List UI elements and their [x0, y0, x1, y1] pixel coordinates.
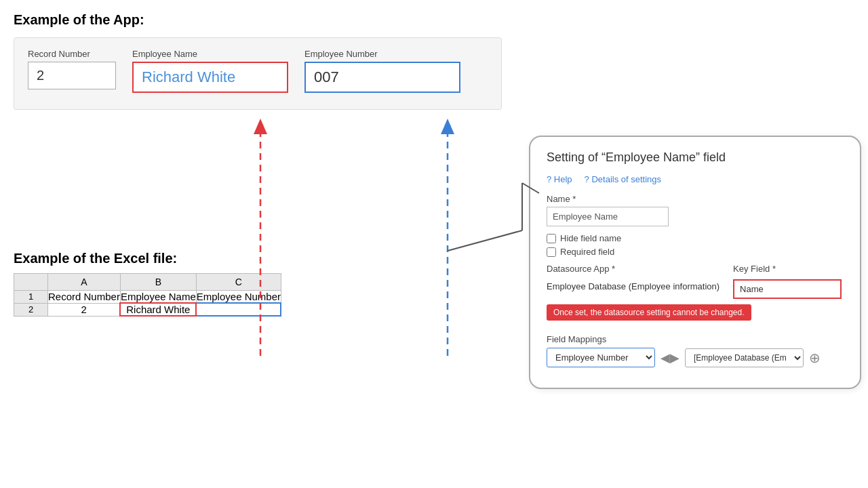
cell-c2: [196, 303, 281, 316]
mapping-arrow-icon: ◀▶: [660, 350, 679, 365]
help-links-row: ? Help ? Details of settings: [547, 174, 844, 184]
name-label: Name *: [547, 194, 844, 204]
svg-line-4: [448, 230, 522, 251]
key-field-col: Key Field *: [733, 264, 842, 299]
corner-cell: [14, 274, 48, 291]
key-field-input[interactable]: [733, 279, 842, 299]
app-example-box: Record Number 2 Employee Name Richard Wh…: [14, 37, 502, 110]
settings-panel: Setting of “Employee Name” field ? Help …: [529, 136, 861, 389]
col-header-c: C: [196, 274, 281, 291]
field-mappings-row: Employee Number ◀▶ [Employee Database (E…: [547, 348, 844, 367]
app-example-title: Example of the App:: [14, 12, 502, 28]
employee-name-input[interactable]: Richard White: [132, 62, 288, 93]
cell-a2: 2: [48, 303, 121, 316]
excel-example-title: Example of the Excel file:: [14, 251, 281, 266]
cell-a1: Record Number: [48, 291, 121, 304]
hide-field-name-label: Hide field name: [560, 233, 621, 243]
datasource-value: Employee Database (Employee information): [547, 279, 719, 293]
mapping-select-left[interactable]: Employee Number: [547, 348, 655, 367]
cell-b2: Richard White: [120, 303, 196, 316]
employee-name-label: Employee Name: [132, 49, 288, 59]
svg-marker-3: [441, 119, 454, 134]
field-mappings-label: Field Mappings: [547, 334, 844, 344]
app-example-section: Example of the App: Record Number 2 Empl…: [14, 12, 502, 110]
employee-number-group: Employee Number 007: [304, 49, 460, 93]
row-num-2: 2: [14, 303, 48, 316]
name-field-group: Name *: [547, 194, 844, 226]
app-fields-row: Record Number 2 Employee Name Richard Wh…: [28, 49, 488, 93]
required-field-row: Required field: [547, 247, 844, 257]
record-number-label: Record Number: [28, 49, 116, 59]
record-number-group: Record Number 2: [28, 49, 116, 89]
cell-b1: Employee Name: [120, 291, 196, 304]
hide-field-name-checkbox[interactable]: [547, 234, 556, 243]
datasource-keyfiled-row: Datasource App * Employee Database (Empl…: [547, 264, 844, 299]
name-input[interactable]: [547, 207, 669, 226]
required-field-label: Required field: [560, 247, 614, 257]
col-header-b: B: [120, 274, 196, 291]
mapping-select-right[interactable]: [Employee Database (Employee ir ▼: [685, 348, 804, 367]
error-banner: Once set, the datasource setting cannot …: [547, 304, 751, 321]
datasource-col: Datasource App * Employee Database (Empl…: [547, 264, 719, 293]
employee-name-group: Employee Name Richard White: [132, 49, 288, 93]
row-num-1: 1: [14, 291, 48, 304]
settings-panel-title: Setting of “Employee Name” field: [547, 150, 844, 165]
details-link[interactable]: ? Details of settings: [585, 174, 661, 184]
help-link[interactable]: ? Help: [547, 174, 572, 184]
excel-col-headers: A B C: [14, 274, 281, 291]
cell-c1: Employee Number: [196, 291, 281, 304]
excel-row-1: 1 Record Number Employee Name Employee N…: [14, 291, 281, 304]
col-header-a: A: [48, 274, 121, 291]
hide-field-name-row: Hide field name: [547, 233, 844, 243]
record-number-input[interactable]: 2: [28, 62, 116, 89]
employee-number-input[interactable]: 007: [304, 62, 460, 93]
add-mapping-button[interactable]: ⊕: [809, 350, 821, 366]
svg-marker-1: [254, 119, 267, 134]
key-field-label: Key Field *: [733, 264, 842, 274]
required-field-checkbox[interactable]: [547, 247, 556, 257]
excel-section: Example of the Excel file: A B C 1 Recor…: [14, 251, 281, 317]
excel-table: A B C 1 Record Number Employee Name Empl…: [14, 273, 281, 317]
excel-row-2: 2 2 Richard White: [14, 303, 281, 316]
datasource-label: Datasource App *: [547, 264, 719, 274]
employee-number-label: Employee Number: [304, 49, 460, 59]
field-mappings-group: Field Mappings Employee Number ◀▶ [Emplo…: [547, 334, 844, 367]
